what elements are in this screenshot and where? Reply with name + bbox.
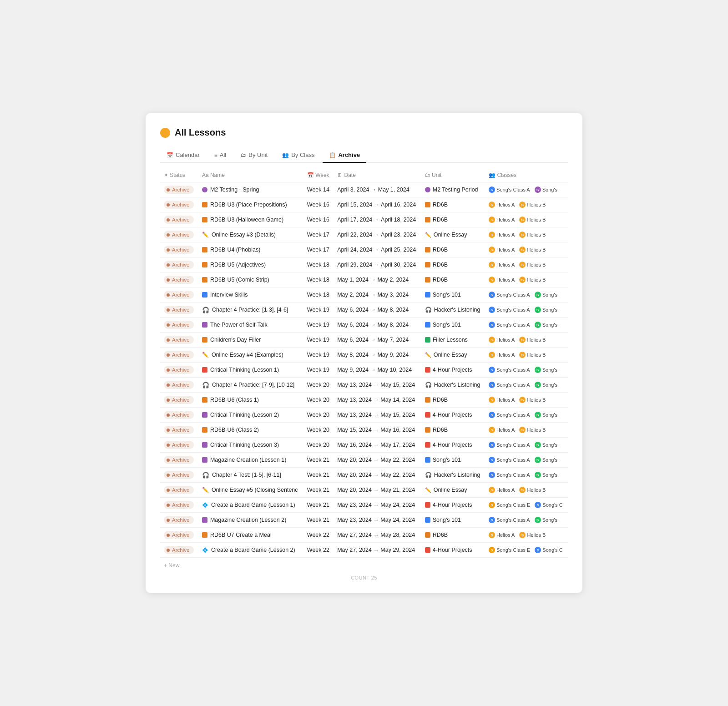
table-row[interactable]: Archive ✏️ Online Essay #3 (Details) Wee… — [160, 227, 568, 242]
tab-archive[interactable]: 📋 Archive — [323, 148, 366, 163]
status-badge: Archive — [164, 291, 194, 299]
class-badge: S Helios B — [519, 532, 546, 538]
class-badge: S Song's — [535, 412, 557, 418]
class-dot: S — [519, 247, 526, 253]
classes-cell: S Song's Class A S Song's — [485, 378, 568, 393]
unit-cell: RD6B — [421, 272, 485, 287]
table-row[interactable]: Archive RD6B-U5 (Comic Strip) Week 18 Ma… — [160, 272, 568, 287]
table-row[interactable]: Archive 💠 Create a Board Game (Lesson 2)… — [160, 543, 568, 558]
tab-calendar[interactable]: 📅 Calendar — [160, 148, 206, 163]
tab-by-class[interactable]: 👥 By Class — [276, 148, 321, 163]
calendar-icon: 📅 — [167, 152, 173, 158]
table-row[interactable]: Archive The Power of Self-Talk Week 19 M… — [160, 318, 568, 333]
date-value: May 20, 2024 → May 21, 2024 — [337, 487, 415, 493]
classes-cell: S Helios A S Helios B — [485, 272, 568, 287]
table-row[interactable]: Archive ✏️ Online Essay #5 (Closing Sent… — [160, 483, 568, 498]
table-row[interactable]: Archive ✏️ Online Essay #4 (Examples) We… — [160, 348, 568, 363]
new-button[interactable]: + New — [164, 562, 179, 569]
class-badge: S Song's Class A — [489, 292, 530, 298]
status-dot — [167, 293, 170, 297]
week-cell: Week 18 — [303, 272, 334, 287]
date-cell: May 6, 2024 → May 8, 2024 — [334, 318, 421, 333]
status-label: Archive — [172, 517, 189, 523]
date-cell: May 27, 2024 → May 29, 2024 — [334, 543, 421, 558]
date-value: May 16, 2024 → May 17, 2024 — [337, 442, 415, 448]
status-label: Archive — [172, 367, 189, 373]
table-row[interactable]: Archive RD6B-U4 (Phobias) Week 17 April … — [160, 242, 568, 257]
unit-name: RD6B — [433, 262, 448, 268]
classes-cell: S Song's Class A S Song's — [485, 513, 568, 528]
class-badge: S Helios B — [519, 277, 546, 283]
week-value: Week 17 — [307, 247, 329, 253]
class-badge: S Song's — [535, 457, 557, 463]
date-cell: April 17, 2024 → April 18, 2024 — [334, 212, 421, 227]
unit-name: 4-Hour Projects — [433, 412, 472, 418]
status-badge: Archive — [164, 201, 194, 209]
week-value: Week 20 — [307, 397, 329, 403]
table-row[interactable]: Archive RD6B-U6 (Class 2) Week 20 May 15… — [160, 423, 568, 438]
lesson-name: Magazine Creation (Lesson 2) — [210, 517, 286, 523]
table-row[interactable]: Archive RD6B-U3 (Place Prepositions) Wee… — [160, 197, 568, 212]
status-label: Archive — [172, 307, 189, 313]
date-cell: May 16, 2024 → May 17, 2024 — [334, 438, 421, 453]
table-row[interactable]: Archive Critical Thinking (Lesson 1) Wee… — [160, 363, 568, 378]
unit-cell: RD6B — [421, 528, 485, 543]
class-badge: S Helios B — [519, 202, 546, 208]
status-cell: Archive — [160, 423, 198, 438]
class-label: Helios A — [496, 427, 515, 433]
class-dot: S — [489, 292, 495, 298]
circle-icon — [202, 187, 207, 192]
status-dot — [167, 549, 170, 552]
date-value: May 6, 2024 → May 8, 2024 — [337, 307, 409, 313]
class-dot: S — [535, 367, 541, 373]
title-dot — [160, 128, 170, 138]
class-dot: S — [519, 217, 526, 223]
class-label: Song's C — [542, 502, 562, 508]
lesson-name: Children's Day Filler — [210, 337, 261, 343]
week-cell: Week 16 — [303, 197, 334, 212]
class-label: Song's C — [542, 547, 562, 553]
week-value: Week 18 — [307, 262, 329, 268]
lesson-name: RD6B-U5 (Adjectives) — [210, 262, 266, 268]
square-icon — [202, 217, 207, 222]
table-row[interactable]: Archive Children's Day Filler Week 19 Ma… — [160, 333, 568, 348]
class-dot: S — [535, 517, 541, 523]
table-row[interactable]: Archive Critical Thinking (Lesson 2) Wee… — [160, 408, 568, 423]
class-label: Helios B — [527, 337, 546, 343]
table-row[interactable]: Archive 💠 Create a Board Game (Lesson 1)… — [160, 498, 568, 513]
table-row[interactable]: Archive 🎧 Chapter 4 Practice: [7-9], [10… — [160, 378, 568, 393]
table-row[interactable]: Archive RD6B-U5 (Adjectives) Week 18 Apr… — [160, 257, 568, 272]
table-row[interactable]: Archive Magazine Creation (Lesson 1) Wee… — [160, 453, 568, 468]
status-dot — [167, 414, 170, 417]
table-row[interactable]: Archive RD6B U7 Create a Meal Week 22 Ma… — [160, 528, 568, 543]
class-label: Helios B — [527, 397, 546, 403]
table-row[interactable]: Archive Magazine Creation (Lesson 2) Wee… — [160, 513, 568, 528]
week-cell: Week 21 — [303, 468, 334, 483]
status-dot — [167, 323, 170, 327]
table-row[interactable]: Archive Critical Thinking (Lesson 3) Wee… — [160, 438, 568, 453]
class-label: Helios B — [527, 217, 546, 222]
week-cell: Week 19 — [303, 318, 334, 333]
status-label: Archive — [172, 487, 189, 493]
unit-name: Song's 101 — [433, 517, 461, 523]
status-badge: Archive — [164, 501, 194, 509]
table-row[interactable]: Archive RD6B-U6 (Class 1) Week 20 May 13… — [160, 393, 568, 408]
week-cell: Week 21 — [303, 513, 334, 528]
tab-by-unit[interactable]: 🗂 By Unit — [234, 148, 274, 163]
unit-cell: Song's 101 — [421, 513, 485, 528]
table-row[interactable]: Archive RD6B-U3 (Halloween Game) Week 16… — [160, 212, 568, 227]
unit-name: Hacker's Listening — [434, 382, 480, 388]
table-row[interactable]: Archive M2 Testing - Spring Week 14 Apri… — [160, 182, 568, 197]
class-label: Helios A — [496, 397, 515, 403]
table-row[interactable]: Archive Interview Skills Week 18 May 2, … — [160, 287, 568, 303]
status-cell: Archive — [160, 543, 198, 558]
week-value: Week 18 — [307, 292, 329, 298]
name-cell: ✏️ Online Essay #3 (Details) — [198, 227, 303, 242]
class-dot: S — [519, 352, 526, 358]
lesson-name: Chapter 4 Practice: [7-9], [10-12] — [212, 382, 294, 388]
square-icon — [202, 412, 207, 418]
tab-all[interactable]: ≡ All — [208, 148, 233, 163]
table-row[interactable]: Archive 🎧 Chapter 4 Practice: [1-3], [4-… — [160, 303, 568, 318]
table-row[interactable]: Archive 🎧 Chapter 4 Test: [1-5], [6-11] … — [160, 468, 568, 483]
classes-cell: S Song's Class A S Song's — [485, 438, 568, 453]
